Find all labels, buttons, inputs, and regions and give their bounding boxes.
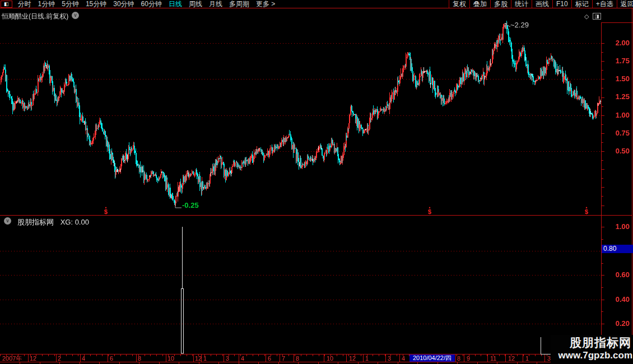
date-tick <box>78 354 78 356</box>
price-axis-label: 1.00 <box>605 111 630 119</box>
dollar-icon: $ <box>103 209 109 215</box>
main-panel-divider <box>0 215 632 216</box>
date-separator <box>28 354 29 362</box>
price-axis-tick <box>602 133 604 134</box>
date-tick <box>102 354 103 356</box>
price-axis-label: 1.25 <box>605 93 630 101</box>
price-axis-label: 2.00 <box>605 39 630 47</box>
date-tick <box>288 354 289 356</box>
date-separator <box>266 354 266 362</box>
date-tick <box>517 354 518 356</box>
menu-item-多股[interactable]: 多股 <box>490 0 511 8</box>
menu-item-标记[interactable]: 标记 <box>571 0 592 8</box>
date-tick <box>216 354 217 356</box>
date-label: 11 <box>490 355 496 362</box>
menu-item-15分钟[interactable]: 15分钟 <box>82 0 110 8</box>
price-axis-tick <box>602 187 604 188</box>
date-tick <box>54 354 55 356</box>
dollar-icon: $ <box>583 209 590 215</box>
date-tick <box>96 354 97 356</box>
watermark-url: www.7gpzb.com <box>551 349 633 362</box>
watermark: 股朋指标网 www.7gpzb.com <box>551 335 633 364</box>
watermark-edge-vertical <box>541 337 541 354</box>
date-tick <box>319 354 319 356</box>
date-separator <box>136 354 137 362</box>
date-separator <box>280 354 280 362</box>
date-label: 3 <box>388 355 391 362</box>
price-axis-tick <box>602 43 604 44</box>
menu-item-复权[interactable]: 复权 <box>449 0 469 8</box>
menubar: ◧ 分时1分钟5分钟15分钟30分钟60分钟日线周线月线多周期更多 > 复权叠加… <box>0 0 633 8</box>
date-separator <box>80 354 81 362</box>
date-tick <box>361 354 361 356</box>
date-label: 10 <box>167 355 174 362</box>
date-tick <box>277 354 277 356</box>
price-axis-tick <box>602 61 604 62</box>
date-label: 4 <box>82 355 85 362</box>
menu-item-叠加[interactable]: 叠加 <box>469 0 490 8</box>
date-tick <box>66 354 67 356</box>
indicator-axis-label: 0.60 <box>605 271 630 279</box>
date-tick <box>264 354 265 356</box>
date-label: 3 <box>226 355 229 362</box>
signal-dollar-mark: ▴$ <box>103 206 109 215</box>
indicator-value-label: XG: 0.00 <box>60 218 89 226</box>
date-tick <box>90 354 91 356</box>
price-axis-tick <box>602 160 603 161</box>
date-label: 8 <box>296 355 299 362</box>
price-axis-label: 1.50 <box>605 75 630 83</box>
menu-item-+自选[interactable]: +自选 <box>592 0 617 8</box>
price-axis-tick <box>602 106 603 107</box>
menu-item-月线[interactable]: 月线 <box>206 0 226 8</box>
indicator-axis-label: 1.00 <box>605 223 630 231</box>
period-menu: 分时1分钟5分钟15分钟30分钟60分钟日线周线月线多周期更多 > <box>15 0 279 8</box>
split-square-icon[interactable]: ◨ <box>593 13 601 20</box>
signal-dollar-mark: ▴$ <box>583 206 590 215</box>
price-axis-label: 0.50 <box>605 147 630 155</box>
date-tick <box>72 354 73 356</box>
tools-menu: 复权叠加多股统计画线F10标记+自选返回 <box>449 0 633 8</box>
menu-item-画线[interactable]: 画线 <box>532 0 552 8</box>
date-tick <box>253 354 253 356</box>
date-separator <box>56 354 57 362</box>
menu-item-多周期[interactable]: 多周期 <box>226 0 253 8</box>
menu-item-返回[interactable]: 返回 <box>617 0 633 8</box>
date-tick <box>48 354 49 356</box>
menu-item-日线[interactable]: 日线 <box>165 0 185 8</box>
date-separator <box>487 354 488 362</box>
date-tick <box>156 354 157 356</box>
date-tick <box>337 354 337 356</box>
date-tick <box>379 354 379 356</box>
date-tick <box>246 354 247 356</box>
date-label: 4 <box>402 355 405 362</box>
date-tick <box>373 354 373 356</box>
menu-item-周线[interactable]: 周线 <box>185 0 206 8</box>
menu-item-1分钟[interactable]: 1分钟 <box>35 0 59 8</box>
split-square-icon[interactable]: ◧ <box>1 1 12 8</box>
diamond-icon[interactable]: ◇ <box>584 13 589 20</box>
date-separator <box>385 354 386 362</box>
indicator-axis-tick <box>602 311 603 312</box>
chevron-down-icon[interactable]: ∨ <box>4 217 11 225</box>
menu-item-60分钟[interactable]: 60分钟 <box>138 0 165 8</box>
price-axis-tick <box>602 97 604 98</box>
date-tick <box>187 354 187 356</box>
menu-item-更多 >[interactable]: 更多 > <box>253 0 278 8</box>
date-tick <box>0 354 1 356</box>
chevron-down-icon[interactable]: ∨ <box>72 12 79 19</box>
menu-item-5分钟[interactable]: 5分钟 <box>58 0 82 8</box>
date-tick <box>24 354 25 356</box>
menu-item-F10[interactable]: F10 <box>552 0 571 8</box>
dollar-icon: $ <box>426 209 433 215</box>
date-label: 1 <box>203 355 207 362</box>
low-price-annotation: -0.25 <box>182 201 199 209</box>
date-label: 4 <box>241 355 244 362</box>
menu-item-分时[interactable]: 分时 <box>15 0 35 8</box>
price-axis-label: 1.75 <box>605 57 630 65</box>
menu-item-30分钟[interactable]: 30分钟 <box>110 0 137 8</box>
date-separator <box>239 354 239 362</box>
date-separator <box>505 354 506 362</box>
date-tick <box>162 354 163 356</box>
date-label: 1 <box>525 355 529 362</box>
menu-item-统计[interactable]: 统计 <box>511 0 532 8</box>
